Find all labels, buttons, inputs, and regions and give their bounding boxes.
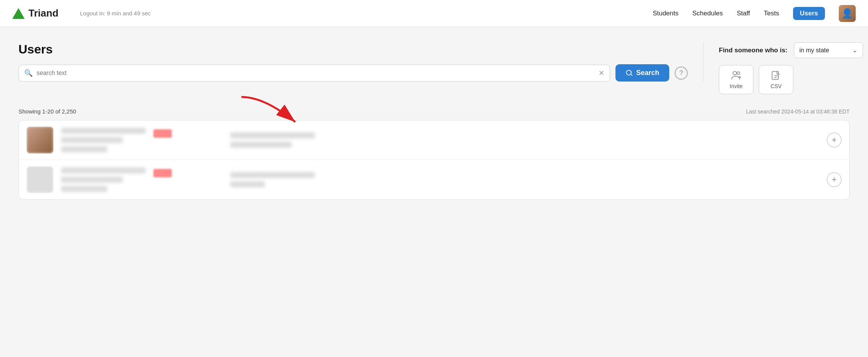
- user-email-blur: [61, 177, 123, 183]
- user-info-blur-2: [230, 142, 292, 148]
- user-tag-red: [153, 129, 172, 138]
- svg-point-0: [733, 72, 737, 75]
- user-tag-red: [153, 169, 172, 177]
- results-area: Showing 1-20 of 2,250 Last searched 2024…: [18, 108, 850, 200]
- search-input-wrapper: 🔍 ✕: [18, 65, 610, 82]
- nav-schedules[interactable]: Schedules: [692, 10, 723, 17]
- user-info-blur-1: [230, 172, 315, 178]
- find-label: Find someone who is:: [719, 47, 788, 54]
- right-panel: Find someone who is: in my state ⌄ Invit…: [703, 42, 850, 94]
- col-right: [230, 132, 819, 148]
- search-btn-icon: [625, 69, 633, 77]
- csv-button[interactable]: CSV: [759, 65, 793, 94]
- last-searched: Last searched 2024-05-14 at 03:46:38 EDT: [746, 108, 850, 115]
- csv-label: CSV: [771, 83, 782, 89]
- help-icon[interactable]: ?: [675, 67, 688, 80]
- nav-students[interactable]: Students: [653, 10, 678, 17]
- add-user-button[interactable]: +: [827, 172, 841, 187]
- user-email-blur: [61, 137, 123, 143]
- nav-tests[interactable]: Tests: [764, 10, 779, 17]
- table-row: +: [19, 160, 849, 199]
- user-name-blur: [61, 167, 146, 173]
- chevron-down-icon: ⌄: [852, 47, 857, 54]
- user-avatar: [27, 166, 53, 193]
- row-content: [61, 128, 819, 152]
- logo-icon: [12, 8, 25, 19]
- search-icon-left: 🔍: [24, 69, 33, 77]
- action-buttons: Invite CSV: [719, 65, 850, 94]
- search-button[interactable]: Search: [615, 64, 669, 82]
- results-count: Showing 1-20 of 2,250: [18, 108, 76, 115]
- logo-area: Triand: [12, 7, 58, 19]
- find-row: Find someone who is: in my state ⌄: [719, 42, 850, 58]
- user-list: +: [18, 120, 850, 200]
- nav-users[interactable]: Users: [793, 7, 825, 20]
- svg-rect-4: [772, 72, 778, 80]
- page-title: Users: [18, 42, 688, 57]
- user-detail-blur: [61, 186, 107, 192]
- state-select[interactable]: in my state ⌄: [794, 42, 863, 58]
- user-detail-blur: [61, 146, 107, 152]
- add-user-button[interactable]: +: [827, 133, 841, 147]
- logout-timer: Logout in: 9 min and 49 sec: [80, 10, 644, 17]
- nav-staff[interactable]: Staff: [737, 10, 750, 17]
- nav-links: Students Schedules Staff Tests Users: [653, 7, 825, 20]
- csv-icon: [771, 70, 782, 81]
- logo-text: Triand: [28, 7, 58, 19]
- avatar[interactable]: [839, 5, 856, 22]
- header: Triand Logout in: 9 min and 49 sec Stude…: [0, 0, 868, 27]
- clear-icon[interactable]: ✕: [599, 69, 604, 77]
- invite-button[interactable]: Invite: [719, 65, 753, 94]
- results-header: Showing 1-20 of 2,250 Last searched 2024…: [18, 108, 850, 115]
- avatar-image: [839, 5, 856, 22]
- left-panel: Users 🔍 ✕ Search ?: [18, 42, 703, 82]
- col-left: [61, 167, 223, 192]
- svg-point-1: [737, 72, 740, 75]
- user-avatar: [27, 127, 53, 153]
- user-name-blur: [61, 128, 146, 134]
- main-content: Users 🔍 ✕ Search ? Find someone wh: [0, 27, 868, 200]
- top-area: Users 🔍 ✕ Search ? Find someone wh: [18, 42, 850, 94]
- search-input[interactable]: [37, 70, 595, 77]
- user-info-blur-1: [230, 132, 315, 138]
- invite-icon: [731, 70, 742, 81]
- col-right: [230, 172, 819, 187]
- table-row: +: [19, 120, 849, 160]
- state-select-value: in my state: [800, 47, 848, 54]
- col-left: [61, 128, 223, 152]
- invite-label: Invite: [730, 83, 742, 89]
- user-info-blur-2: [230, 181, 265, 187]
- row-content: [61, 167, 819, 192]
- search-row: 🔍 ✕ Search ?: [18, 64, 688, 82]
